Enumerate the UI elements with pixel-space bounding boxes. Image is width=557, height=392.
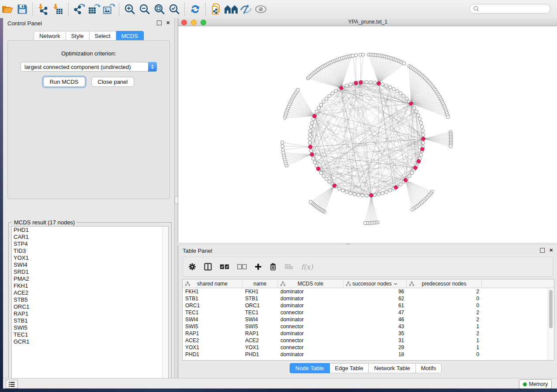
table-row-orc1[interactable]: ORC1ORC1dominator610 [183, 302, 554, 309]
splitter-handle[interactable] [346, 243, 350, 245]
ring-node[interactable] [308, 141, 312, 144]
tab-network-table[interactable]: Network Table [369, 363, 415, 373]
delete-column-icon[interactable] [270, 263, 277, 271]
scrollbar-thumb[interactable] [549, 290, 553, 328]
ring-node[interactable] [345, 190, 349, 194]
panel-list-mode-button[interactable] [6, 380, 18, 389]
close-window-icon[interactable] [181, 20, 187, 25]
mcds-result-item[interactable]: TEC1 [12, 331, 168, 338]
mcds-hub-node[interactable] [359, 80, 363, 84]
mcds-hub-node[interactable] [394, 186, 398, 189]
ring-node[interactable] [422, 141, 425, 144]
memory-button[interactable]: Memory [519, 379, 552, 389]
ring-node[interactable] [377, 193, 381, 196]
table-row-swi4[interactable]: SWI4SWI4dominator462 [183, 316, 554, 323]
leaf-node[interactable] [296, 88, 300, 92]
mcds-hub-node[interactable] [316, 167, 320, 170]
ring-node[interactable] [334, 89, 338, 93]
leaf-node[interactable] [281, 144, 284, 148]
ring-node[interactable] [415, 110, 418, 113]
mcds-result-item[interactable]: YOX1 [12, 254, 168, 261]
mcds-hub-node[interactable] [409, 102, 413, 105]
ring-node[interactable] [422, 133, 425, 137]
column-header-successor-nodes[interactable]: successor nodes [343, 279, 407, 288]
tab-network[interactable]: Network [34, 31, 66, 41]
ring-node[interactable] [309, 129, 312, 133]
leaf-node[interactable] [354, 54, 358, 57]
mcds-result-item[interactable]: ORC1 [12, 303, 168, 310]
mcds-hub-node[interactable] [414, 166, 417, 169]
mcds-result-item[interactable]: ACE2 [12, 289, 168, 296]
mcds-result-item[interactable]: STB1 [12, 317, 168, 324]
ring-node[interactable] [309, 149, 313, 153]
mcds-list-scrollbar[interactable] [163, 227, 168, 380]
mcds-result-item[interactable]: PHD1 [12, 227, 168, 234]
tab-style[interactable]: Style [66, 31, 90, 41]
ring-node[interactable] [322, 100, 325, 103]
leaf-node[interactable] [411, 208, 414, 211]
mcds-hub-node[interactable] [339, 86, 343, 89]
table-row-rap1[interactable]: RAP1RAP1dominator352 [183, 330, 554, 337]
ring-node[interactable] [420, 125, 424, 129]
tab-mcds[interactable]: MCDS [116, 31, 144, 41]
first-neighbors-icon[interactable] [224, 3, 239, 16]
ring-node[interactable] [421, 129, 425, 133]
ring-node[interactable] [319, 171, 323, 175]
mcds-hub-node[interactable] [370, 193, 373, 197]
ring-node[interactable] [419, 153, 423, 157]
ring-node[interactable] [419, 121, 423, 125]
table-scrollbar[interactable] [548, 288, 554, 360]
select-all-columns-icon[interactable] [220, 264, 229, 269]
mcds-hub-node[interactable] [417, 159, 420, 163]
ring-node[interactable] [388, 86, 392, 89]
mcds-result-item[interactable]: PMA2 [12, 275, 168, 282]
mcds-result-item[interactable]: SWI5 [12, 324, 168, 331]
mcds-hub-node[interactable] [421, 147, 424, 151]
unselect-all-columns-icon[interactable] [237, 264, 247, 269]
minimize-window-icon[interactable] [191, 20, 197, 25]
ring-node[interactable] [381, 83, 384, 86]
ring-node[interactable] [413, 107, 416, 110]
ring-node[interactable] [309, 125, 313, 129]
leaf-node[interactable] [361, 53, 365, 56]
ring-node[interactable] [341, 189, 345, 192]
mcds-hub-node[interactable] [310, 153, 314, 156]
ring-node[interactable] [395, 89, 399, 93]
ring-node[interactable] [353, 193, 356, 196]
ring-node[interactable] [331, 92, 334, 95]
network-window-titlebar[interactable]: YPA_prune.txt_1 [178, 18, 557, 26]
ring-node[interactable] [328, 180, 331, 183]
clone-network-icon[interactable] [209, 3, 224, 16]
save-session-icon[interactable] [15, 3, 30, 16]
ring-node[interactable] [322, 174, 325, 178]
ring-node[interactable] [357, 193, 360, 197]
tab-motifs[interactable]: Motifs [416, 363, 442, 373]
leaf-node[interactable] [446, 115, 450, 119]
float-panel-icon[interactable] [156, 20, 162, 26]
ring-node[interactable] [361, 194, 364, 197]
close-panel-button[interactable]: Close panel [91, 77, 135, 87]
apply-layout-icon[interactable] [188, 3, 203, 16]
ring-node[interactable] [369, 81, 372, 84]
mcds-hub-node[interactable] [354, 81, 358, 85]
network-graph[interactable] [178, 26, 557, 243]
import-network-icon[interactable] [36, 3, 51, 16]
ring-node[interactable] [349, 83, 353, 86]
column-header-shared-name[interactable]: shared name [183, 279, 242, 288]
ring-node[interactable] [373, 81, 377, 85]
ring-node[interactable] [315, 110, 318, 113]
ring-node[interactable] [399, 182, 402, 186]
ring-node[interactable] [308, 137, 311, 141]
network-canvas[interactable] [178, 26, 557, 243]
maximize-window-icon[interactable] [201, 20, 206, 25]
mcds-result-item[interactable]: STP4 [12, 241, 168, 248]
ring-node[interactable] [399, 92, 402, 95]
import-table-icon[interactable] [51, 3, 66, 16]
table-row-tec1[interactable]: TEC1TEC1connector472 [183, 309, 554, 316]
column-header-name[interactable]: name [242, 279, 278, 288]
ring-node[interactable] [319, 103, 323, 107]
ring-node[interactable] [416, 113, 420, 117]
create-column-icon[interactable] [255, 263, 262, 270]
export-network-icon[interactable] [72, 3, 86, 16]
ring-node[interactable] [373, 193, 377, 197]
